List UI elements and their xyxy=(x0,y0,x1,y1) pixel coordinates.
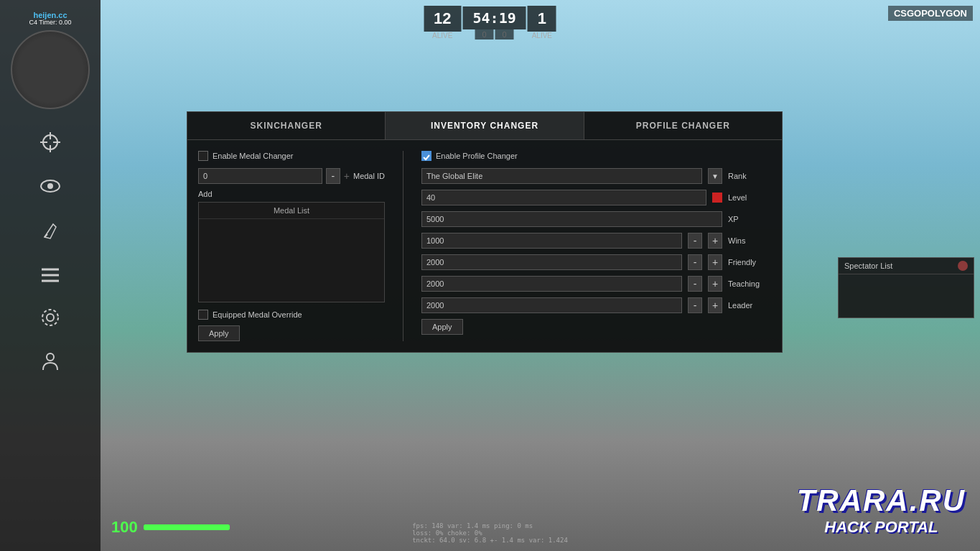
enable-medal-checkbox[interactable] xyxy=(198,151,208,161)
sidebar-icon-menu[interactable] xyxy=(22,254,79,293)
sidebar: heijen.cc C4 Timer: 0.00 xyxy=(0,0,101,551)
svg-point-12 xyxy=(47,353,54,361)
friendly-label: Friendly xyxy=(728,258,771,267)
enable-medal-label: Enable Medal Changer xyxy=(213,152,294,160)
leader-plus-button[interactable]: + xyxy=(708,297,722,313)
health-bar: 100 xyxy=(111,518,230,537)
add-medal-button[interactable]: Add xyxy=(198,190,385,198)
c4-timer: C4 Timer: 0.00 xyxy=(29,19,71,26)
tab-inventory-changer[interactable]: INVENTORY CHANGER xyxy=(386,112,584,139)
spectator-close-button[interactable] xyxy=(958,261,968,271)
equipped-override-checkbox[interactable] xyxy=(198,310,208,320)
sidebar-icon-knife[interactable] xyxy=(22,210,79,249)
stats-display: fps: 148 var: 1.4 ms ping: 0 ms loss: 0%… xyxy=(412,522,568,544)
tab-skinchanger[interactable]: SKINCHANGER xyxy=(187,112,386,139)
friendly-minus-button[interactable]: - xyxy=(688,254,702,270)
hud-top: 12 ALIVE 54:19 0 0 1 ALIVE xyxy=(424,6,556,40)
svg-point-10 xyxy=(47,314,54,321)
teaching-input[interactable] xyxy=(421,276,682,292)
sidebar-icon-person[interactable] xyxy=(22,341,79,381)
medal-list-label: Medal List xyxy=(199,203,384,219)
friendly-row: - + Friendly xyxy=(421,254,771,270)
health-value: 100 xyxy=(111,518,138,537)
medal-id-minus-button[interactable]: - xyxy=(326,168,340,184)
enable-profile-label: Enable Profile Changer xyxy=(436,152,518,160)
level-indicator xyxy=(712,193,722,203)
profile-apply-button[interactable]: Apply xyxy=(421,319,463,335)
rank-dropdown-button[interactable]: ▼ xyxy=(708,168,722,184)
crosshair-icon xyxy=(39,131,62,154)
game-timer: 54:19 xyxy=(463,6,526,29)
minimap: C4 Timer: 0.00 xyxy=(11,30,90,109)
teaching-plus-button[interactable]: + xyxy=(708,276,722,292)
wins-row: - + Wins xyxy=(421,233,771,249)
tab-profile-changer[interactable]: PROFILE CHANGER xyxy=(584,112,782,139)
loss-stat: loss: 0% choke: 0% xyxy=(412,529,568,537)
equipped-override-row: Equipped Medal Override xyxy=(198,310,385,320)
rank-label: Rank xyxy=(728,172,771,180)
medal-id-input[interactable] xyxy=(198,168,322,184)
menu-icon xyxy=(39,262,62,285)
friendly-input[interactable] xyxy=(421,254,682,270)
enable-profile-checkbox[interactable] xyxy=(421,151,431,161)
xp-row: XP xyxy=(421,211,771,227)
leader-input[interactable] xyxy=(421,297,682,313)
watermark-line1: TRARA.RU xyxy=(797,483,966,518)
wins-input[interactable] xyxy=(421,233,682,249)
tick-stat: tnckt: 64.0 sv: 6.8 +- 1.4 ms var: 1.424 xyxy=(412,537,568,544)
score2: 0 xyxy=(495,29,514,40)
csgopolygon-logo: CSGOPOLYGON xyxy=(888,6,973,21)
medal-panel: Enable Medal Changer - + Medal ID Add Me… xyxy=(198,151,385,341)
eye-icon xyxy=(39,175,62,198)
health-bar-background xyxy=(144,524,230,530)
equipped-override-label: Equipped Medal Override xyxy=(213,310,302,319)
score1: 0 xyxy=(475,29,493,40)
health-bar-fill xyxy=(144,524,230,530)
watermark: TRARA.RU HACK PORTAL xyxy=(797,483,966,537)
xp-input[interactable] xyxy=(421,211,722,227)
spectator-panel: Spectator List xyxy=(838,257,974,318)
enable-medal-row: Enable Medal Changer xyxy=(198,151,385,161)
medal-apply-button[interactable]: Apply xyxy=(198,325,240,341)
knife-icon xyxy=(39,218,62,241)
level-row: Level xyxy=(421,190,771,205)
medal-id-row: - + Medal ID xyxy=(198,168,385,184)
rank-row: ▼ Rank xyxy=(421,168,771,184)
friendly-plus-button[interactable]: + xyxy=(708,254,722,270)
spectator-header: Spectator List xyxy=(839,258,974,274)
check-icon xyxy=(422,153,431,162)
spectator-title: Spectator List xyxy=(844,261,892,270)
panel-divider xyxy=(403,151,403,341)
level-label: Level xyxy=(728,193,771,202)
rank-input[interactable] xyxy=(421,168,702,184)
enable-profile-row: Enable Profile Changer xyxy=(421,151,771,161)
xp-label: XP xyxy=(728,215,771,223)
level-input[interactable] xyxy=(421,190,706,205)
dialog-content: Enable Medal Changer - + Medal ID Add Me… xyxy=(187,140,782,352)
sidebar-icon-crosshair[interactable] xyxy=(22,122,79,162)
leader-row: - + Leader xyxy=(421,297,771,313)
team2-alive: 1 xyxy=(528,6,556,32)
team2-alive-label: ALIVE xyxy=(532,32,552,40)
leader-label: Leader xyxy=(728,301,771,310)
spectator-body xyxy=(839,274,974,318)
profile-panel: Enable Profile Changer ▼ Rank Level XP xyxy=(421,151,771,341)
wins-minus-button[interactable]: - xyxy=(688,233,702,249)
svg-point-6 xyxy=(47,183,53,189)
csgopolygon-text: CSGOPOLYGON xyxy=(894,8,967,19)
teaching-minus-button[interactable]: - xyxy=(688,276,702,292)
team1-alive: 12 xyxy=(424,6,461,32)
gear-icon xyxy=(39,306,62,329)
wins-plus-button[interactable]: + xyxy=(708,233,722,249)
sidebar-icon-eye[interactable] xyxy=(22,166,79,205)
leader-minus-button[interactable]: - xyxy=(688,297,702,313)
sidebar-icon-settings[interactable] xyxy=(22,297,79,337)
teaching-row: - + Teaching xyxy=(421,276,771,292)
fps-stat: fps: 148 var: 1.4 ms ping: 0 ms xyxy=(412,522,568,529)
team1-alive-label: ALIVE xyxy=(432,32,452,40)
person-icon xyxy=(39,350,62,373)
medal-list-area: Medal List xyxy=(198,202,385,302)
watermark-line2: HACK PORTAL xyxy=(797,518,966,537)
teaching-label: Teaching xyxy=(728,279,771,288)
dialog-tabs: SKINCHANGER INVENTORY CHANGER PROFILE CH… xyxy=(187,112,782,140)
